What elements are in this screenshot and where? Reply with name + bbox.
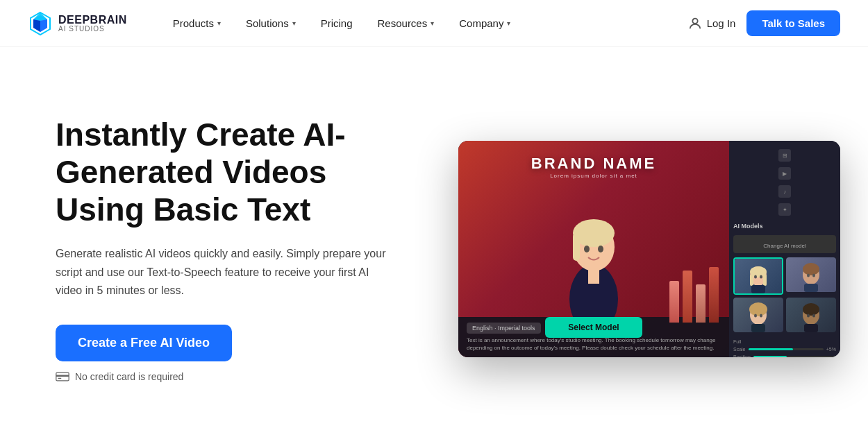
video-preview: BRAND NAME Lorem ipsum dolor sit a met xyxy=(458,141,729,357)
panel-controls: Full Scale +5% Position xyxy=(733,336,836,357)
svg-point-30 xyxy=(754,314,757,318)
chevron-down-icon: ▾ xyxy=(431,19,434,27)
svg-point-31 xyxy=(760,314,762,318)
select-model-button[interactable]: Select Model xyxy=(545,317,642,338)
login-button[interactable]: Log In xyxy=(687,16,736,31)
talk-to-sales-button[interactable]: Talk to Sales xyxy=(746,10,840,36)
navbar: DEEPBRAIN AI STUDIOS Products ▾ Solution… xyxy=(0,0,868,47)
panel-icon-2: ▶ xyxy=(778,167,791,180)
chevron-down-icon: ▾ xyxy=(507,19,510,27)
svg-point-24 xyxy=(803,263,819,275)
svg-rect-13 xyxy=(588,270,599,284)
model-avatar-1 xyxy=(744,262,772,293)
model-thumb-4[interactable] xyxy=(786,298,836,332)
hero-title: Instantly Create AI-Generated Videos Usi… xyxy=(56,116,417,229)
panel-icon-1: ⊞ xyxy=(778,149,791,162)
user-icon xyxy=(687,16,703,31)
svg-point-15 xyxy=(598,246,603,252)
logo[interactable]: DEEPBRAIN AI STUDIOS xyxy=(28,11,127,36)
chevron-down-icon: ▾ xyxy=(292,19,296,27)
svg-marker-4 xyxy=(33,19,40,32)
model-avatar-3 xyxy=(744,301,772,332)
svg-point-14 xyxy=(584,246,590,252)
ai-avatar xyxy=(552,188,635,329)
nav-right: Log In Talk to Sales xyxy=(687,10,840,36)
scale-row: Scale +5% xyxy=(733,347,836,352)
hero-subtitle: Generate realistic AI videos quickly and… xyxy=(56,245,389,300)
hero-content: Instantly Create AI-Generated Videos Usi… xyxy=(56,116,417,383)
logo-icon xyxy=(28,11,53,36)
full-label: Full xyxy=(733,339,836,344)
panel-icon-3: ♪ xyxy=(778,185,791,198)
svg-point-20 xyxy=(754,275,757,279)
model-avatar-2 xyxy=(797,261,825,292)
svg-rect-37 xyxy=(804,324,818,332)
model-thumb-2[interactable] xyxy=(786,257,836,295)
svg-rect-27 xyxy=(804,284,818,292)
lipstick-products xyxy=(669,267,719,323)
brand-overlay: BRAND NAME Lorem ipsum dolor sit a met xyxy=(458,155,729,179)
logo-text: DEEPBRAIN AI STUDIOS xyxy=(58,15,127,33)
nav-item-resources[interactable]: Resources ▾ xyxy=(367,12,446,35)
svg-point-26 xyxy=(812,274,815,277)
svg-rect-19 xyxy=(763,275,767,286)
nav-item-pricing[interactable]: Pricing xyxy=(310,12,364,35)
avatar-figure xyxy=(552,188,635,327)
chevron-down-icon: ▾ xyxy=(217,19,221,27)
model-avatar-4 xyxy=(797,301,825,332)
svg-rect-12 xyxy=(573,233,580,261)
svg-rect-32 xyxy=(751,324,765,332)
svg-marker-2 xyxy=(33,12,47,21)
svg-point-36 xyxy=(812,314,815,318)
svg-point-29 xyxy=(749,302,767,316)
nav-item-products[interactable]: Products ▾ xyxy=(162,12,232,35)
svg-point-21 xyxy=(760,275,762,279)
svg-rect-22 xyxy=(751,285,765,293)
panel-icon-4: ✦ xyxy=(778,203,791,216)
svg-marker-3 xyxy=(40,19,47,32)
model-thumb-3[interactable] xyxy=(733,298,783,332)
no-credit-card-notice: No credit card is required xyxy=(56,371,417,382)
ai-models-panel: ⊞ ▶ ♪ ✦ AI Models Change AI model xyxy=(729,141,840,357)
svg-rect-8 xyxy=(58,378,61,379)
svg-rect-18 xyxy=(750,275,753,286)
svg-point-34 xyxy=(803,303,819,316)
model-thumb-1[interactable] xyxy=(733,257,783,295)
panel-icons: ⊞ ▶ ♪ ✦ xyxy=(733,146,836,218)
svg-point-5 xyxy=(692,18,697,23)
nav-item-solutions[interactable]: Solutions ▾ xyxy=(235,12,307,35)
svg-point-25 xyxy=(807,274,810,277)
position-row: Position xyxy=(733,354,836,357)
product-screenshot: BRAND NAME Lorem ipsum dolor sit a met xyxy=(458,141,840,357)
nav-item-company[interactable]: Company ▾ xyxy=(448,12,521,35)
credit-card-icon xyxy=(56,372,69,382)
svg-point-35 xyxy=(807,314,810,318)
change-model-area[interactable]: Change AI model xyxy=(733,235,836,253)
svg-rect-7 xyxy=(56,375,69,377)
create-free-video-button[interactable]: Create a Free AI Video xyxy=(56,325,232,361)
hero-section: Instantly Create AI-Generated Videos Usi… xyxy=(0,47,868,437)
model-grid xyxy=(733,257,836,332)
nav-links: Products ▾ Solutions ▾ Pricing Resources… xyxy=(162,12,687,35)
hero-image: BRAND NAME Lorem ipsum dolor sit a met xyxy=(458,141,840,357)
